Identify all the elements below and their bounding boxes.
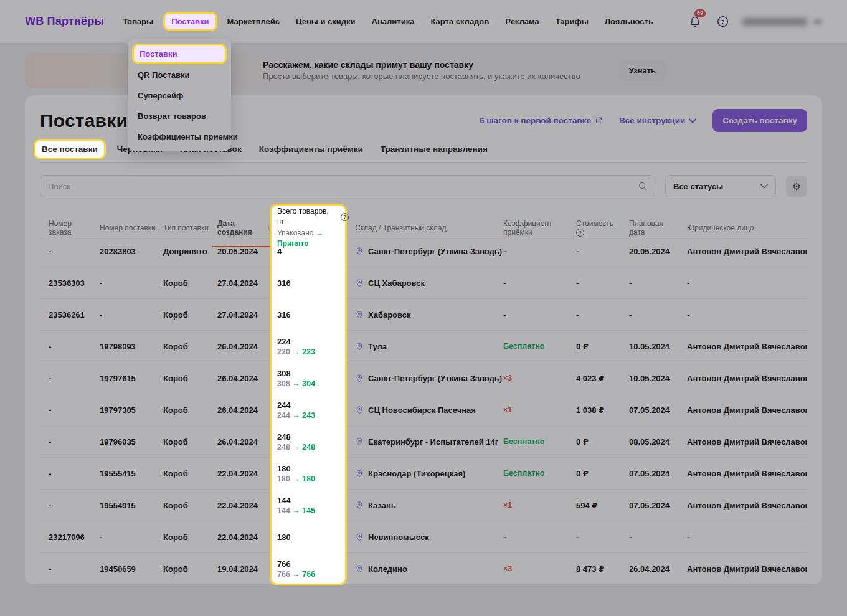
info-question-icon[interactable]: ?: [576, 229, 584, 237]
nav-item-postavki[interactable]: Поставки: [163, 12, 217, 31]
warehouse-name: Екатеринбург - Испытателей 14г: [368, 437, 498, 447]
menu-item-returns[interactable]: Возврат товаров: [128, 106, 231, 126]
header-acceptance-coefficient[interactable]: Коэффициент приёмки: [503, 219, 576, 237]
table-settings-button[interactable]: ⚙: [786, 176, 807, 197]
cell-total-items: 180180 → 180: [277, 464, 355, 483]
total-value: 316: [277, 278, 349, 288]
cell-supply-type: Короб: [163, 501, 217, 510]
nav-item-ads[interactable]: Реклама: [505, 17, 539, 26]
header-supply-number[interactable]: Номер поставки: [100, 224, 163, 232]
nav-item-marketplace[interactable]: Маркетплейс: [227, 17, 280, 26]
cell-legal-entity: Антонов Дмитрий Вячеславович И: [687, 247, 807, 256]
banner-learn-button[interactable]: Узнать: [619, 60, 666, 81]
cell-planned-date: 10.05.2024: [629, 374, 687, 383]
create-supply-button[interactable]: Создать поставку: [712, 109, 807, 132]
menu-item-qr-postavki[interactable]: QR Поставки: [128, 65, 231, 85]
warehouse-name: Казань: [368, 501, 396, 510]
cell-supply-type: Короб: [163, 469, 217, 478]
packed-accepted-values: 180 → 180: [277, 475, 349, 483]
table-row[interactable]: -19450659Короб19.04.2024766766 → 766Коле…: [40, 552, 807, 584]
cell-acceptance-coefficient: Бесплатно: [503, 437, 576, 446]
cell-legal-entity: Антонов Дмитрий Вячеславович И: [687, 342, 807, 351]
help-button[interactable]: ?: [715, 14, 730, 29]
nav-item-analytics[interactable]: Аналитика: [372, 17, 415, 26]
tab-acceptance-coefficients[interactable]: Коэффициенты приёмки: [259, 145, 363, 154]
cell-total-items: 316: [277, 278, 355, 288]
cell-acceptance-coefficient: Бесплатно: [503, 469, 576, 478]
nav-item-warehouse-map[interactable]: Карта складов: [430, 17, 489, 26]
notifications-button[interactable]: 69: [688, 14, 703, 29]
location-pin-icon: [355, 310, 364, 320]
table-row[interactable]: -19796035Короб26.04.2024248248 → 248Екат…: [40, 425, 807, 457]
cell-supply-type: Короб: [163, 342, 217, 351]
cell-planned-date: 08.05.2024: [629, 437, 687, 447]
header-order-number[interactable]: Номер заказа: [49, 219, 100, 237]
cell-supply-type: Короб: [163, 533, 217, 542]
warehouse-name: СЦ Новосибирск Пасечная: [368, 405, 476, 415]
table-row[interactable]: -20283803Допринято20.05.20244Санкт-Петер…: [40, 235, 807, 267]
cell-supply-type: Короб: [163, 564, 217, 574]
packed-accepted-values: 144 → 145: [277, 506, 349, 515]
menu-item-supersafe[interactable]: Суперсейф: [128, 85, 231, 106]
all-instructions-link[interactable]: Все инструкции: [619, 116, 696, 125]
menu-item-acceptance-coefficients[interactable]: Коэффициенты приемки: [128, 126, 231, 147]
cell-cost: -: [576, 247, 629, 256]
cell-warehouse: СЦ Хабаровск: [355, 278, 503, 288]
total-value: 316: [277, 310, 349, 320]
nav-item-tovary[interactable]: Товары: [123, 17, 153, 26]
first-supply-steps-link[interactable]: 6 шагов к первой поставке: [480, 116, 603, 125]
menu-item-postavki[interactable]: Поставки: [132, 44, 227, 64]
table-row[interactable]: 23536261-Короб27.04.2024316Хабаровск----: [40, 298, 807, 330]
header-legal-entity[interactable]: Юридическое лицо: [687, 224, 807, 232]
search-input[interactable]: [40, 175, 655, 197]
banner-subtitle: Просто выберите товары, которые планируе…: [263, 72, 580, 81]
user-name-blurred: [742, 18, 807, 26]
wb-logo[interactable]: WB Партнёры: [25, 15, 104, 28]
table-row[interactable]: -19797305Короб26.04.2024244244 → 243СЦ Н…: [40, 394, 807, 425]
search-icon: [638, 181, 648, 191]
external-link-icon: [595, 116, 603, 125]
header-total-items[interactable]: Всего товаров, шт ? Упаковано → Принято: [277, 206, 355, 250]
header-created-date-sorted[interactable]: Дата создания ↓: [217, 206, 277, 250]
user-menu[interactable]: [742, 18, 822, 26]
status-filter-select[interactable]: Все статусы: [665, 175, 776, 197]
table-row[interactable]: -19554915Короб22.04.2024144144 → 145Каза…: [40, 489, 807, 521]
warehouse-name: Коледино: [368, 564, 407, 574]
cell-supply-number: 19796035: [100, 437, 163, 447]
header-warehouse[interactable]: Склад / Транзитный склад: [355, 224, 503, 232]
table-row[interactable]: 23217096-Короб22.04.2024180Невинномысск-…: [40, 521, 807, 552]
question-icon: ?: [716, 15, 729, 28]
tab-transit-directions[interactable]: Транзитные направления: [381, 145, 488, 154]
header-planned-date[interactable]: Плановая дата: [629, 219, 687, 237]
warehouse-name: Краснодар (Тихорецкая): [368, 469, 465, 478]
table-row[interactable]: -19798093Короб26.04.2024224220 → 223Тула…: [40, 330, 807, 362]
cell-total-items: 308308 → 304: [277, 369, 355, 388]
cell-warehouse: Хабаровск: [355, 310, 503, 320]
cell-cost: 8 473 ₽: [576, 564, 629, 574]
cell-supply-type: Короб: [163, 374, 217, 383]
cell-supply-number: 19797305: [100, 405, 163, 415]
nav-item-prices[interactable]: Цены и скидки: [296, 17, 356, 26]
cell-warehouse: Екатеринбург - Испытателей 14г: [355, 437, 503, 447]
location-pin-icon: [355, 437, 364, 447]
cell-supply-type: Короб: [163, 405, 217, 415]
header-cost[interactable]: Стоимость ?: [576, 219, 629, 237]
table-row[interactable]: 23536303-Короб27.04.2024316СЦ Хабаровск-…: [40, 267, 807, 298]
header-supply-type[interactable]: Тип поставки: [163, 224, 217, 232]
cell-created-date: 26.04.2024: [217, 405, 277, 415]
cell-supply-number: 19450659: [100, 564, 163, 574]
nav-item-tariffs[interactable]: Тарифы: [556, 17, 589, 26]
cell-acceptance-coefficient: -: [503, 247, 576, 256]
nav-item-loyalty[interactable]: Лояльность: [605, 17, 653, 26]
cell-created-date: 26.04.2024: [217, 342, 277, 351]
info-question-icon[interactable]: ?: [341, 213, 349, 221]
packed-accepted-values: 766 → 766: [277, 570, 349, 579]
table-row[interactable]: -19797615Короб26.04.2024308308 → 304Санк…: [40, 362, 807, 394]
cell-total-items: 224220 → 223: [277, 337, 355, 356]
location-pin-icon: [355, 374, 364, 383]
main-nav: Товары Поставки Маркетплейс Цены и скидк…: [123, 17, 653, 26]
cell-supply-number: -: [100, 533, 163, 542]
tab-all-supplies[interactable]: Все поставки: [34, 139, 106, 159]
cell-planned-date: 07.05.2024: [629, 405, 687, 415]
table-row[interactable]: -19555415Короб22.04.2024180180 → 180Крас…: [40, 457, 807, 489]
